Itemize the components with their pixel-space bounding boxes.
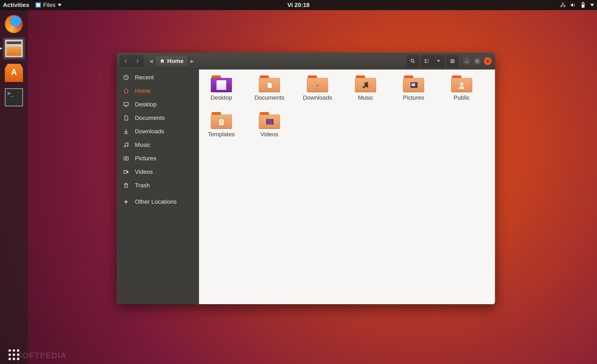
svg-rect-2 <box>564 6 565 7</box>
svg-rect-17 <box>450 62 455 63</box>
dock-item-firefox[interactable] <box>3 13 25 35</box>
desktop-icon <box>123 101 129 108</box>
svg-rect-14 <box>427 62 429 62</box>
path-bar: ◂ Home ▸ <box>147 55 196 67</box>
svg-rect-1 <box>561 6 562 7</box>
videos-icon <box>123 169 129 175</box>
svg-rect-33 <box>266 119 273 125</box>
dock-item-software[interactable] <box>3 62 25 84</box>
svg-point-10 <box>411 59 414 62</box>
sidebar-item-downloads[interactable]: Downloads <box>117 125 199 138</box>
folder-item-downloads[interactable]: Downloads <box>300 75 335 101</box>
dock <box>0 10 28 364</box>
music-icon <box>361 81 370 89</box>
sidebar-item-label: Pictures <box>135 155 156 162</box>
svg-rect-13 <box>427 60 429 60</box>
hamburger-menu[interactable] <box>447 55 458 67</box>
battery-icon[interactable] <box>580 2 586 8</box>
maximize-button[interactable] <box>473 57 481 65</box>
sidebar-item-desktop[interactable]: Desktop <box>117 98 199 111</box>
path-prev-icon[interactable]: ◂ <box>147 55 155 67</box>
path-home[interactable]: Home <box>155 55 188 67</box>
folder-label: Desktop <box>211 94 232 101</box>
sidebar-item-music[interactable]: Music <box>117 138 199 152</box>
volume-icon[interactable] <box>570 2 576 8</box>
svg-point-20 <box>124 146 126 147</box>
sidebar-item-recent[interactable]: Recent <box>117 71 199 84</box>
other-icon <box>123 198 129 205</box>
folder-item-pictures[interactable]: Pictures <box>396 75 431 101</box>
sidebar-item-trash[interactable]: Trash <box>117 179 199 192</box>
downloads-icon <box>313 81 322 89</box>
folder-item-music[interactable]: Music <box>348 75 383 101</box>
network-icon[interactable] <box>560 2 566 8</box>
svg-rect-22 <box>124 157 128 160</box>
top-panel: Activities Files Vi 20:18 <box>0 0 597 10</box>
folder-item-videos[interactable]: Videos <box>252 112 287 138</box>
sidebar-item-label: Home <box>135 88 151 94</box>
path-label: Home <box>167 58 184 64</box>
recent-icon <box>123 74 129 81</box>
folder-icon <box>211 75 232 92</box>
templates-icon <box>217 117 226 126</box>
dock-item-terminal[interactable] <box>3 86 25 108</box>
folder-icon <box>403 75 424 92</box>
back-button[interactable] <box>120 55 132 67</box>
close-button[interactable] <box>484 57 492 65</box>
svg-rect-8 <box>583 2 584 3</box>
files-icon <box>5 39 23 57</box>
headerbar: ◂ Home ▸ <box>117 53 495 70</box>
path-next-icon[interactable]: ▸ <box>188 55 196 67</box>
folder-item-templates[interactable]: Templates <box>204 112 239 138</box>
home-icon <box>160 58 165 64</box>
svg-rect-34 <box>266 119 267 125</box>
view-list-button[interactable] <box>421 55 432 67</box>
svg-rect-15 <box>450 59 455 60</box>
svg-rect-35 <box>272 119 273 125</box>
folder-label: Music <box>358 94 373 101</box>
chevron-down-icon[interactable] <box>590 4 594 6</box>
svg-rect-18 <box>476 60 479 62</box>
home-icon <box>123 88 129 94</box>
folder-label: Videos <box>260 131 278 138</box>
folder-label: Templates <box>208 131 235 138</box>
sidebar-item-documents[interactable]: Documents <box>117 111 199 125</box>
pictures-icon <box>409 81 418 89</box>
dock-item-files[interactable] <box>3 38 25 59</box>
svg-rect-30 <box>411 83 415 86</box>
sidebar-item-label: Videos <box>135 169 153 175</box>
sidebar-item-videos[interactable]: Videos <box>117 165 199 179</box>
folder-label: Documents <box>254 94 284 101</box>
files-window: ◂ Home ▸ RecentHomeDesktopDocumentsDownl… <box>117 53 495 304</box>
svg-rect-24 <box>124 170 127 173</box>
folder-icon <box>451 75 472 92</box>
svg-rect-6 <box>564 5 565 6</box>
folder-icon <box>307 75 328 92</box>
sidebar-item-label: Music <box>135 141 150 148</box>
sidebar-item-home[interactable]: Home <box>117 84 199 98</box>
folder-icon <box>259 112 280 129</box>
content-area[interactable]: DesktopDocumentsDownloadsMusicPicturesPu… <box>199 70 495 304</box>
activities-button[interactable]: Activities <box>3 2 29 8</box>
chevron-down-icon <box>437 60 440 62</box>
svg-point-27 <box>363 86 365 88</box>
documents-icon <box>265 81 274 89</box>
system-tray[interactable] <box>560 2 597 8</box>
view-menu-button[interactable] <box>432 55 444 67</box>
app-menu[interactable]: Files <box>35 2 62 8</box>
svg-point-21 <box>127 145 128 147</box>
search-button[interactable] <box>407 55 419 67</box>
folder-item-documents[interactable]: Documents <box>252 75 287 101</box>
sidebar-item-pictures[interactable]: Pictures <box>117 152 199 165</box>
videos-icon <box>265 117 274 126</box>
svg-rect-12 <box>425 62 426 63</box>
minimize-button[interactable] <box>463 57 471 65</box>
sidebar-item-label: Documents <box>135 115 165 121</box>
sidebar-item-label: Recent <box>135 74 154 81</box>
folder-item-public[interactable]: Public <box>444 75 479 101</box>
folder-label: Downloads <box>303 94 332 101</box>
folder-item-desktop[interactable]: Desktop <box>204 75 239 101</box>
forward-button[interactable] <box>132 55 143 67</box>
clock[interactable]: Vi 20:18 <box>287 2 309 8</box>
sidebar-item-other[interactable]: Other Locations <box>117 195 199 209</box>
